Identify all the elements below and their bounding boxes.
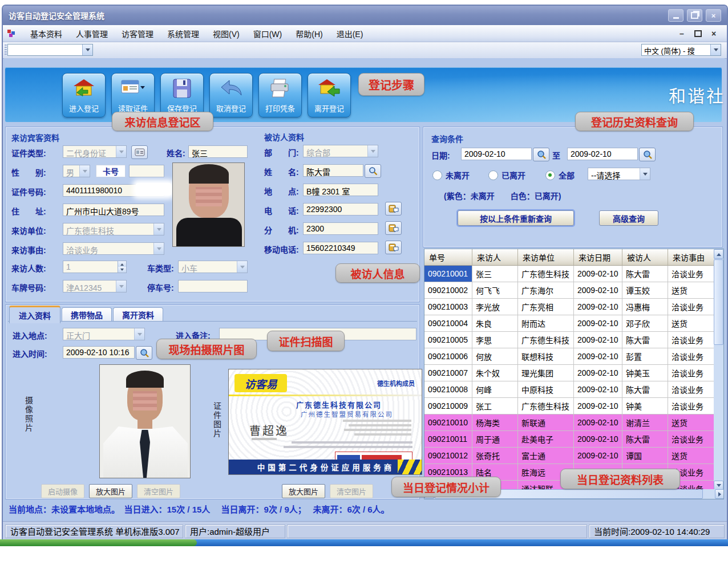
- entry-time-picker-button[interactable]: [136, 346, 152, 360]
- table-cell[interactable]: 彭置: [622, 348, 668, 365]
- table-cell[interactable]: 中原科技: [518, 381, 574, 398]
- radio-icon[interactable]: [432, 170, 442, 180]
- mdi-close-button[interactable]: ×: [709, 29, 719, 38]
- zoom-card-button[interactable]: 放大图片: [282, 484, 325, 498]
- table-cell[interactable]: 2009-02-10: [574, 282, 622, 299]
- zoom-photo-button[interactable]: 放大图片: [89, 484, 132, 498]
- table-cell[interactable]: 090210011: [424, 431, 472, 448]
- table-cell[interactable]: 2009-02-10: [574, 448, 622, 464]
- table-cell[interactable]: 送货: [668, 414, 715, 431]
- menu-basic-data[interactable]: 基本资料: [23, 26, 69, 42]
- chevron-down-icon[interactable]: [116, 281, 126, 292]
- dial-ext-button[interactable]: [385, 221, 402, 235]
- chevron-down-icon[interactable]: [79, 165, 90, 177]
- table-cell[interactable]: 陈大雷: [622, 431, 668, 448]
- table-cell[interactable]: 090210003: [424, 299, 472, 315]
- table-cell[interactable]: 洽谈业务: [668, 299, 715, 315]
- table-cell[interactable]: 何飞飞: [472, 282, 518, 299]
- table-row[interactable]: 090210010杨海类新联通2009-02-10谢清兰送货: [424, 414, 715, 431]
- table-cell[interactable]: 2009-02-10: [574, 332, 622, 348]
- table-row[interactable]: 090210007朱个奴理光集团2009-02-10钟美玉洽谈业务: [424, 365, 715, 381]
- table-cell[interactable]: 2009-02-10: [574, 348, 622, 365]
- cancel-register-button[interactable]: 取消登记: [209, 73, 253, 117]
- vscroll-thumb[interactable]: [714, 259, 723, 345]
- menu-help[interactable]: 帮助(H): [289, 26, 329, 42]
- save-register-button[interactable]: 保存登记: [160, 73, 204, 117]
- card-no-field[interactable]: [129, 165, 164, 177]
- table-cell[interactable]: 090210008: [424, 381, 472, 398]
- mdi-restore-button[interactable]: [693, 29, 703, 38]
- start-camera-button[interactable]: 启动摄像: [41, 484, 84, 498]
- table-cell[interactable]: 洽谈业务: [668, 332, 715, 348]
- date-to-field[interactable]: 2009-02-10: [567, 148, 638, 160]
- table-cell[interactable]: 2009-02-10: [574, 299, 622, 315]
- dial-mobile-button[interactable]: [385, 241, 402, 254]
- read-card-button[interactable]: 读取证件: [111, 73, 155, 117]
- tab-carried-items[interactable]: 携带物品: [62, 307, 112, 322]
- table-cell[interactable]: 090210005: [424, 332, 472, 348]
- table-cell[interactable]: 何峰: [472, 381, 518, 398]
- visitor-name-field[interactable]: 张三: [188, 145, 248, 158]
- close-button[interactable]: ×: [706, 9, 721, 22]
- table-cell[interactable]: 洽谈业务: [668, 381, 715, 398]
- menu-exit[interactable]: 退出(E): [330, 26, 370, 42]
- advanced-query-button[interactable]: 高级查询: [599, 210, 658, 226]
- menu-view[interactable]: 视图(V): [206, 26, 246, 42]
- chevron-down-icon[interactable]: [134, 328, 144, 340]
- table-cell[interactable]: 联想科技: [518, 348, 574, 365]
- chevron-down-icon[interactable]: [237, 261, 247, 273]
- table-cell[interactable]: 周于通: [472, 431, 518, 448]
- radio-icon[interactable]: [488, 170, 498, 180]
- plate-combobox[interactable]: 津A12345: [63, 280, 127, 292]
- column-header[interactable]: 来访单位: [518, 249, 574, 266]
- quick-select-combobox[interactable]: [7, 44, 93, 56]
- table-cell[interactable]: 090210001: [424, 266, 472, 282]
- date-from-field[interactable]: 2009-02-10: [461, 148, 532, 160]
- table-vscrollbar[interactable]: [714, 249, 723, 490]
- mobile-field[interactable]: 15602210349: [303, 242, 378, 254]
- table-cell[interactable]: 090210002: [424, 282, 472, 299]
- dept-combobox[interactable]: 综合部: [303, 145, 378, 157]
- enter-register-button[interactable]: 进入登记: [62, 73, 106, 117]
- table-cell[interactable]: 2009-02-10: [574, 381, 622, 398]
- table-cell[interactable]: 谢清兰: [622, 414, 668, 431]
- menu-hr[interactable]: 人事管理: [69, 26, 115, 42]
- table-cell[interactable]: 李光放: [472, 299, 518, 315]
- dial-phone-button[interactable]: [385, 202, 402, 216]
- table-cell[interactable]: 杨海类: [472, 414, 518, 431]
- place-field[interactable]: B幢 2301 室: [303, 184, 378, 196]
- table-cell[interactable]: 广东德生科技: [518, 332, 574, 348]
- table-cell[interactable]: 陈大雷: [622, 332, 668, 348]
- table-cell[interactable]: 2009-02-10: [574, 414, 622, 431]
- table-cell[interactable]: 理光集团: [518, 365, 574, 381]
- table-cell[interactable]: 张三: [472, 266, 518, 282]
- menu-system[interactable]: 系统管理: [160, 26, 206, 42]
- host-name-field[interactable]: 陈大雷: [303, 164, 363, 177]
- language-bar[interactable]: 中文 (简体) - 搜: [641, 44, 721, 56]
- clear-card-button[interactable]: 清空图片: [330, 484, 373, 498]
- table-cell[interactable]: 朱个奴: [472, 365, 518, 381]
- visit-company-combobox[interactable]: 广东德生科技: [63, 223, 164, 235]
- table-cell[interactable]: 谭玉姣: [622, 282, 668, 299]
- table-cell[interactable]: 谭国: [622, 448, 668, 464]
- table-cell[interactable]: 邓子欣: [622, 315, 668, 332]
- column-header[interactable]: 被访人: [622, 249, 668, 266]
- car-type-combobox[interactable]: 小车: [178, 261, 248, 273]
- table-cell[interactable]: 洽谈业务: [668, 431, 715, 448]
- ext-field[interactable]: 2300: [303, 222, 378, 235]
- table-cell[interactable]: 陈大雷: [622, 266, 668, 282]
- table-cell[interactable]: 090210009: [424, 398, 472, 414]
- menu-visitor[interactable]: 访客管理: [115, 26, 160, 42]
- table-row[interactable]: 090210008何峰中原科技2009-02-10陈大雷洽谈业务: [424, 381, 715, 398]
- visit-reason-combobox[interactable]: 洽谈业务: [63, 242, 164, 255]
- chevron-down-icon[interactable]: [367, 145, 378, 157]
- table-cell[interactable]: 李思: [472, 332, 518, 348]
- radio-all[interactable]: 全部: [545, 169, 575, 181]
- column-header[interactable]: 来访事由: [668, 249, 715, 266]
- date-to-picker-button[interactable]: [639, 148, 656, 161]
- table-cell[interactable]: 090210007: [424, 365, 472, 381]
- table-cell[interactable]: 2009-02-10: [574, 266, 622, 282]
- table-cell[interactable]: 何放: [472, 348, 518, 365]
- table-cell[interactable]: 冯惠梅: [622, 299, 668, 315]
- date-from-picker-button[interactable]: [533, 148, 549, 161]
